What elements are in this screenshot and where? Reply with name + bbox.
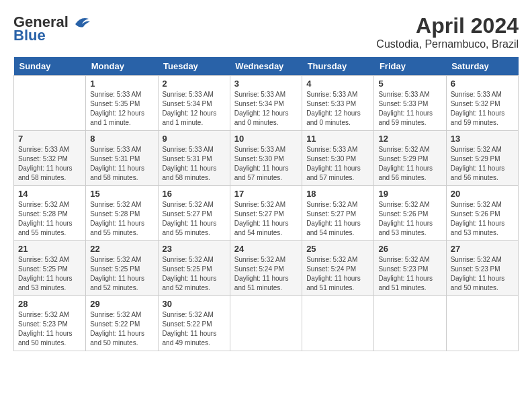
week-row-1: 1Sunrise: 5:33 AM Sunset: 5:35 PM Daylig… [14,76,519,131]
day-info: Sunrise: 5:32 AM Sunset: 5:28 PM Dayligh… [90,200,153,238]
day-info: Sunrise: 5:33 AM Sunset: 5:35 PM Dayligh… [90,90,153,128]
day-number: 11 [306,134,369,144]
calendar-cell: 20Sunrise: 5:32 AM Sunset: 5:26 PM Dayli… [446,186,518,241]
calendar-cell: 13Sunrise: 5:32 AM Sunset: 5:29 PM Dayli… [446,131,518,186]
header-friday: Friday [374,57,446,76]
day-number: 7 [18,134,81,144]
calendar-cell [446,296,518,351]
calendar-table: SundayMondayTuesdayWednesdayThursdayFrid… [13,57,519,351]
day-info: Sunrise: 5:32 AM Sunset: 5:24 PM Dayligh… [234,255,298,293]
page-header: General Blue April 2024 Custodia, Pernam… [13,13,519,50]
day-number: 1 [90,79,153,89]
header-sunday: Sunday [14,57,86,76]
day-info: Sunrise: 5:32 AM Sunset: 5:27 PM Dayligh… [306,200,369,238]
logo-blue-text: Blue [13,27,46,44]
day-info: Sunrise: 5:33 AM Sunset: 5:32 PM Dayligh… [451,90,514,128]
day-number: 28 [18,299,81,309]
month-year: April 2024 [376,13,519,38]
day-info: Sunrise: 5:32 AM Sunset: 5:23 PM Dayligh… [378,255,441,293]
day-info: Sunrise: 5:32 AM Sunset: 5:25 PM Dayligh… [163,255,226,293]
calendar-cell: 4Sunrise: 5:33 AM Sunset: 5:33 PM Daylig… [302,76,374,131]
day-number: 21 [18,244,81,254]
calendar-cell: 7Sunrise: 5:33 AM Sunset: 5:32 PM Daylig… [14,131,86,186]
location: Custodia, Pernambuco, Brazil [376,38,519,50]
day-info: Sunrise: 5:33 AM Sunset: 5:31 PM Dayligh… [163,145,226,183]
day-info: Sunrise: 5:32 AM Sunset: 5:25 PM Dayligh… [90,255,153,293]
calendar-cell: 26Sunrise: 5:32 AM Sunset: 5:23 PM Dayli… [374,241,446,296]
week-row-2: 7Sunrise: 5:33 AM Sunset: 5:32 PM Daylig… [14,131,519,186]
day-number: 10 [234,134,298,144]
week-row-4: 21Sunrise: 5:32 AM Sunset: 5:25 PM Dayli… [14,241,519,296]
day-info: Sunrise: 5:33 AM Sunset: 5:31 PM Dayligh… [90,145,153,183]
day-info: Sunrise: 5:32 AM Sunset: 5:23 PM Dayligh… [18,310,81,348]
calendar-cell: 15Sunrise: 5:32 AM Sunset: 5:28 PM Dayli… [86,186,158,241]
header-wednesday: Wednesday [230,57,302,76]
day-info: Sunrise: 5:32 AM Sunset: 5:23 PM Dayligh… [451,255,514,293]
calendar-cell: 22Sunrise: 5:32 AM Sunset: 5:25 PM Dayli… [86,241,158,296]
calendar-cell [230,296,302,351]
day-info: Sunrise: 5:33 AM Sunset: 5:30 PM Dayligh… [306,145,369,183]
calendar-cell [14,76,86,131]
day-number: 5 [378,79,441,89]
calendar-cell: 24Sunrise: 5:32 AM Sunset: 5:24 PM Dayli… [230,241,302,296]
day-info: Sunrise: 5:32 AM Sunset: 5:26 PM Dayligh… [378,200,441,238]
calendar-cell: 30Sunrise: 5:32 AM Sunset: 5:22 PM Dayli… [158,296,230,351]
calendar-cell: 1Sunrise: 5:33 AM Sunset: 5:35 PM Daylig… [86,76,158,131]
day-number: 9 [163,134,226,144]
calendar-cell [302,296,374,351]
day-number: 29 [90,299,153,309]
calendar-cell: 10Sunrise: 5:33 AM Sunset: 5:30 PM Dayli… [230,131,302,186]
calendar-cell: 28Sunrise: 5:32 AM Sunset: 5:23 PM Dayli… [14,296,86,351]
header-saturday: Saturday [446,57,518,76]
header-monday: Monday [86,57,158,76]
day-number: 12 [378,134,441,144]
calendar-cell: 3Sunrise: 5:33 AM Sunset: 5:34 PM Daylig… [230,76,302,131]
day-number: 18 [306,189,369,199]
day-info: Sunrise: 5:32 AM Sunset: 5:25 PM Dayligh… [18,255,81,293]
calendar-cell: 2Sunrise: 5:33 AM Sunset: 5:34 PM Daylig… [158,76,230,131]
day-info: Sunrise: 5:33 AM Sunset: 5:33 PM Dayligh… [306,90,369,128]
day-number: 3 [234,79,298,89]
calendar-cell: 14Sunrise: 5:32 AM Sunset: 5:28 PM Dayli… [14,186,86,241]
week-row-5: 28Sunrise: 5:32 AM Sunset: 5:23 PM Dayli… [14,296,519,351]
calendar-cell: 25Sunrise: 5:32 AM Sunset: 5:24 PM Dayli… [302,241,374,296]
day-info: Sunrise: 5:32 AM Sunset: 5:22 PM Dayligh… [163,310,226,348]
day-info: Sunrise: 5:33 AM Sunset: 5:32 PM Dayligh… [18,145,81,183]
logo: General Blue [13,13,91,44]
header-row: SundayMondayTuesdayWednesdayThursdayFrid… [14,57,519,76]
day-info: Sunrise: 5:32 AM Sunset: 5:29 PM Dayligh… [378,145,441,183]
day-number: 19 [378,189,441,199]
calendar-cell: 11Sunrise: 5:33 AM Sunset: 5:30 PM Dayli… [302,131,374,186]
header-thursday: Thursday [302,57,374,76]
calendar-cell: 6Sunrise: 5:33 AM Sunset: 5:32 PM Daylig… [446,76,518,131]
calendar-cell: 21Sunrise: 5:32 AM Sunset: 5:25 PM Dayli… [14,241,86,296]
day-info: Sunrise: 5:33 AM Sunset: 5:30 PM Dayligh… [234,145,298,183]
calendar-cell [374,296,446,351]
logo-bird-icon [70,15,91,30]
header-tuesday: Tuesday [158,57,230,76]
day-info: Sunrise: 5:32 AM Sunset: 5:26 PM Dayligh… [451,200,514,238]
calendar-cell: 23Sunrise: 5:32 AM Sunset: 5:25 PM Dayli… [158,241,230,296]
day-info: Sunrise: 5:32 AM Sunset: 5:24 PM Dayligh… [306,255,369,293]
day-info: Sunrise: 5:33 AM Sunset: 5:33 PM Dayligh… [378,90,441,128]
day-info: Sunrise: 5:32 AM Sunset: 5:28 PM Dayligh… [18,200,81,238]
day-number: 13 [451,134,514,144]
title-area: April 2024 Custodia, Pernambuco, Brazil [376,13,519,50]
day-number: 17 [234,189,298,199]
calendar-cell: 17Sunrise: 5:32 AM Sunset: 5:27 PM Dayli… [230,186,302,241]
calendar-cell: 9Sunrise: 5:33 AM Sunset: 5:31 PM Daylig… [158,131,230,186]
day-number: 4 [306,79,369,89]
day-info: Sunrise: 5:33 AM Sunset: 5:34 PM Dayligh… [163,90,226,128]
day-number: 8 [90,134,153,144]
calendar-cell: 12Sunrise: 5:32 AM Sunset: 5:29 PM Dayli… [374,131,446,186]
day-number: 22 [90,244,153,254]
day-info: Sunrise: 5:33 AM Sunset: 5:34 PM Dayligh… [234,90,298,128]
day-info: Sunrise: 5:32 AM Sunset: 5:27 PM Dayligh… [163,200,226,238]
week-row-3: 14Sunrise: 5:32 AM Sunset: 5:28 PM Dayli… [14,186,519,241]
calendar-cell: 27Sunrise: 5:32 AM Sunset: 5:23 PM Dayli… [446,241,518,296]
day-number: 20 [451,189,514,199]
day-number: 25 [306,244,369,254]
calendar-cell: 29Sunrise: 5:32 AM Sunset: 5:22 PM Dayli… [86,296,158,351]
day-info: Sunrise: 5:32 AM Sunset: 5:27 PM Dayligh… [234,200,298,238]
calendar-cell: 16Sunrise: 5:32 AM Sunset: 5:27 PM Dayli… [158,186,230,241]
